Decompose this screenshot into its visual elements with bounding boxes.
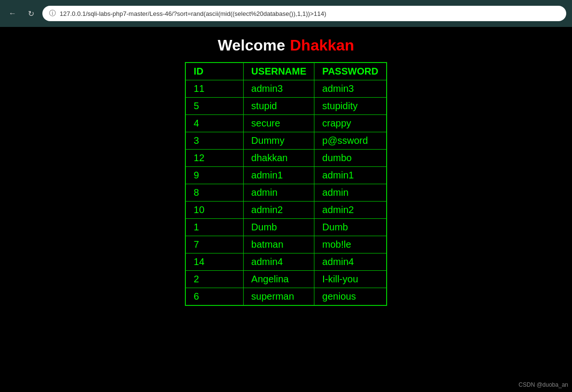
table-cell-3-2: p@ssword [314,132,387,150]
table-row: 9admin1admin1 [185,167,386,184]
table-cell-2-2: crappy [314,115,387,132]
table-row: 12dhakkandumbo [185,150,386,167]
table-row: 10admin2admin2 [185,202,386,219]
table-cell-4-2: dumbo [314,150,387,167]
table-cell-9-1: batman [243,236,314,253]
table-cell-7-2: admin2 [314,202,387,219]
address-bar[interactable]: ⓘ 127.0.0.1/sqli-labs-php7-master/Less-4… [42,6,566,21]
browser-toolbar: ← ↻ ⓘ 127.0.0.1/sqli-labs-php7-master/Le… [0,0,572,27]
table-cell-12-1: superman [243,288,314,306]
table-row: 3Dummyp@ssword [185,132,386,150]
table-cell-3-1: Dummy [243,132,314,150]
table-cell-5-0: 9 [185,167,243,184]
back-button[interactable]: ← [6,7,19,20]
data-table: ID USERNAME PASSWORD 11admin3admin35stup… [185,62,387,306]
table-cell-0-2: admin3 [314,80,387,98]
table-cell-10-1: admin4 [243,253,314,271]
table-cell-11-2: I-kill-you [314,271,387,288]
table-row: 4securecrappy [185,115,386,132]
table-cell-10-0: 14 [185,253,243,271]
table-cell-9-0: 7 [185,236,243,253]
table-cell-10-2: admin4 [314,253,387,271]
table-cell-6-1: admin [243,184,314,202]
info-icon: ⓘ [49,9,56,18]
table-cell-12-0: 6 [185,288,243,306]
table-row: 14admin4admin4 [185,253,386,271]
table-cell-1-0: 5 [185,98,243,115]
url-text: 127.0.0.1/sqli-labs-php7-master/Less-46/… [60,10,326,17]
table-row: 1DumbDumb [185,219,386,236]
table-cell-7-1: admin2 [243,202,314,219]
table-row: 6supermangenious [185,288,386,306]
table-row: 2AngelinaI-kill-you [185,271,386,288]
table-cell-5-2: admin1 [314,167,387,184]
table-cell-1-1: stupid [243,98,314,115]
table-row: 5stupidstupidity [185,98,386,115]
table-cell-6-2: admin [314,184,387,202]
dhakkan-text: Dhakkan [290,37,354,54]
table-cell-2-1: secure [243,115,314,132]
table-cell-9-2: mob!le [314,236,387,253]
page-content: Welcome Dhakkan ID USERNAME PASSWORD 11a… [0,27,572,392]
table-row: 8adminadmin [185,184,386,202]
welcome-text: Welcome [218,37,285,54]
watermark: CSDN @duoba_an [519,381,568,388]
table-header-row: ID USERNAME PASSWORD [185,63,386,80]
table-cell-11-0: 2 [185,271,243,288]
table-cell-3-0: 3 [185,132,243,150]
table-cell-2-0: 4 [185,115,243,132]
table-cell-6-0: 8 [185,184,243,202]
reload-button[interactable]: ↻ [24,7,38,20]
table-cell-7-0: 10 [185,202,243,219]
table-cell-4-0: 12 [185,150,243,167]
col-header-password: PASSWORD [314,63,387,80]
table-row: 11admin3admin3 [185,80,386,98]
welcome-heading: Welcome Dhakkan [218,37,354,54]
table-cell-0-1: admin3 [243,80,314,98]
table-cell-11-1: Angelina [243,271,314,288]
col-header-id: ID [185,63,243,80]
table-row: 7batmanmob!le [185,236,386,253]
table-cell-8-0: 1 [185,219,243,236]
table-cell-0-0: 11 [185,80,243,98]
table-cell-8-2: Dumb [314,219,387,236]
table-cell-4-1: dhakkan [243,150,314,167]
table-cell-12-2: genious [314,288,387,306]
table-cell-8-1: Dumb [243,219,314,236]
col-header-username: USERNAME [243,63,314,80]
table-cell-5-1: admin1 [243,167,314,184]
table-cell-1-2: stupidity [314,98,387,115]
